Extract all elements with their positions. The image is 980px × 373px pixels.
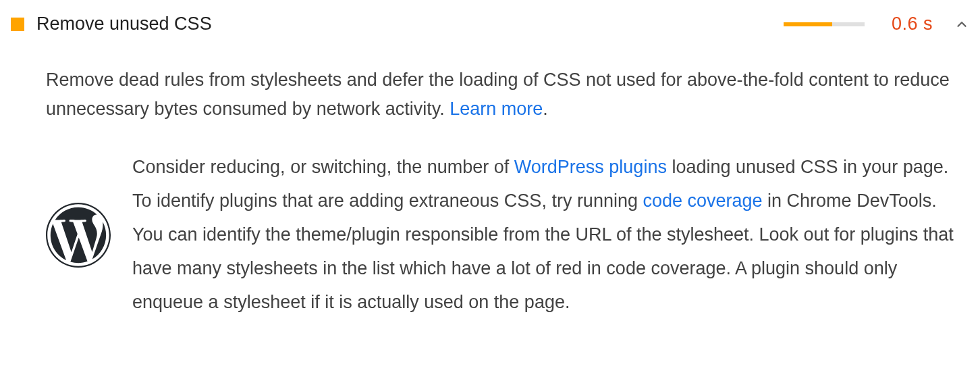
sparkline-fill — [784, 22, 832, 26]
audit-description: Remove dead rules from stylesheets and d… — [46, 66, 969, 124]
opportunity-sparkline — [784, 22, 865, 26]
stack-pack: Consider reducing, or switching, the num… — [46, 151, 969, 320]
status-indicator-icon — [11, 18, 24, 31]
description-post: . — [543, 99, 548, 119]
wordpress-icon — [46, 203, 111, 268]
audit-remove-unused-css: Remove unused CSS 0.6 s Remove dead rule… — [11, 14, 969, 320]
metric-value: 0.6 s — [892, 14, 933, 34]
audit-body: Remove dead rules from stylesheets and d… — [11, 66, 969, 320]
learn-more-link[interactable]: Learn more — [450, 99, 543, 119]
stack-pack-description: Consider reducing, or switching, the num… — [132, 151, 969, 320]
wordpress-plugins-link[interactable]: WordPress plugins — [514, 157, 667, 177]
audit-header[interactable]: Remove unused CSS 0.6 s — [11, 14, 969, 34]
stack-text-1: Consider reducing, or switching, the num… — [132, 157, 514, 177]
audit-title: Remove unused CSS — [36, 14, 212, 34]
code-coverage-link[interactable]: code coverage — [643, 191, 762, 211]
chevron-up-icon[interactable] — [954, 17, 969, 32]
